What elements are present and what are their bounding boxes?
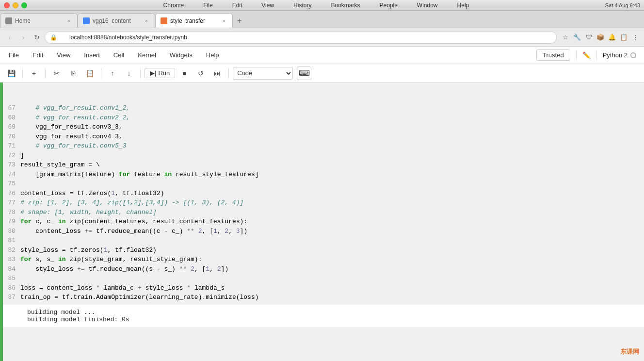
extension-icon-5[interactable]: 📋 xyxy=(619,33,628,42)
table-row: 75 xyxy=(3,179,644,189)
paste-button[interactable]: 📋 xyxy=(82,66,97,80)
trusted-button[interactable]: Trusted xyxy=(536,49,570,61)
tab-favicon-vgg16 xyxy=(83,17,90,24)
tab-close-vgg16[interactable]: × xyxy=(143,17,150,24)
address-text[interactable]: localhost:8888/notebooks/style_transfer.… xyxy=(60,34,187,41)
jupyter-menu-bar: File Edit View Insert Cell Kernel Widget… xyxy=(0,47,644,64)
jupyter-menu-help[interactable]: Help xyxy=(205,49,220,61)
extension-icon-3[interactable]: 📦 xyxy=(596,33,605,42)
line-number: 72 xyxy=(3,151,20,161)
menu-view[interactable]: View xyxy=(261,2,274,9)
reload-button[interactable]: ↻ xyxy=(31,32,43,43)
extension-icon-4[interactable]: 🔔 xyxy=(607,33,617,42)
watermark: 东课网 xyxy=(620,347,639,356)
code-content: 67 # vgg_for_result.conv1_2,68 # vgg_for… xyxy=(3,82,644,304)
add-cell-button[interactable]: + xyxy=(27,66,41,80)
jupyter-menu-edit[interactable]: Edit xyxy=(32,49,44,61)
run-label: Run xyxy=(158,69,170,77)
menu-people[interactable]: People xyxy=(379,2,397,9)
close-button[interactable] xyxy=(4,2,10,8)
run-button[interactable]: ▶| Run xyxy=(145,68,175,78)
code-area[interactable]: 67 # vgg_for_result.conv1_2,68 # vgg_for… xyxy=(3,82,644,361)
more-icon[interactable]: ⋮ xyxy=(630,33,640,42)
table-row: 78# shape: [1, width, height, channel] xyxy=(3,208,644,217)
line-number: 71 xyxy=(3,141,20,151)
forward-button[interactable]: › xyxy=(17,32,29,43)
extension-icon-2[interactable]: 🛡 xyxy=(584,33,594,42)
table-row: 73result_style_gram = \ xyxy=(3,160,644,170)
traffic-lights xyxy=(4,2,27,8)
line-number: 77 xyxy=(3,198,20,208)
sep5 xyxy=(228,68,229,78)
extension-icon-1[interactable]: 🔧 xyxy=(572,33,582,42)
table-row: 84 style_loss += tf.reduce_mean((s - s_)… xyxy=(3,264,644,274)
bookmark-icon[interactable]: ☆ xyxy=(561,33,570,42)
line-number: 70 xyxy=(3,132,20,142)
new-tab-button[interactable]: + xyxy=(233,14,246,28)
system-time: Sat 4 Aug 6:43 xyxy=(605,2,640,8)
jupyter-menu-insert[interactable]: Insert xyxy=(83,49,101,61)
menu-chrome[interactable]: Chrome xyxy=(163,2,184,9)
table-row: 87train_op = tf.train.AdamOptimizer(lear… xyxy=(3,293,644,302)
copy-button[interactable]: ⎘ xyxy=(66,66,80,80)
address-input-container[interactable]: 🔒 localhost:8888/notebooks/style_transfe… xyxy=(45,31,557,44)
menu-file[interactable]: File xyxy=(203,2,212,9)
line-number: 83 xyxy=(3,255,20,264)
interrupt-button[interactable]: ■ xyxy=(177,66,192,80)
python-label: Python 2 xyxy=(603,51,628,59)
table-row: 86loss = content_loss * lambda_c + style… xyxy=(3,283,644,293)
jupyter-menu-file[interactable]: File xyxy=(8,49,20,61)
output-area: building model ...building model finishe… xyxy=(3,304,644,327)
line-number: 80 xyxy=(3,227,20,236)
tab-vgg16[interactable]: vgg16_content × xyxy=(78,13,155,28)
tab-home[interactable]: Home × xyxy=(0,13,78,28)
restart-button[interactable]: ↺ xyxy=(193,66,208,80)
jupyter-menu-kernel[interactable]: Kernel xyxy=(137,49,157,61)
table-row: 68 # vgg_for_result.conv2_2, xyxy=(3,113,644,123)
table-row: 71 # vgg_for_result.conv5_3 xyxy=(3,141,644,151)
cell-type-select[interactable]: Code Markdown Raw NBConvert xyxy=(233,67,293,80)
table-row: 76content_loss = tf.zeros(1, tf.float32) xyxy=(3,189,644,198)
jupyter-menu-cell[interactable]: Cell xyxy=(113,49,125,61)
system-tray: Sat 4 Aug 6:43 xyxy=(605,2,640,8)
line-number: 84 xyxy=(3,264,20,274)
move-down-button[interactable]: ↓ xyxy=(122,66,136,80)
maximize-button[interactable] xyxy=(21,2,27,8)
line-number: 73 xyxy=(3,160,20,170)
menu-bookmarks[interactable]: Bookmarks xyxy=(331,2,360,9)
restart-run-button[interactable]: ⏭ xyxy=(210,66,225,80)
line-number: 85 xyxy=(3,274,20,283)
table-row: 70 vgg_for_result.conv4_3, xyxy=(3,132,644,142)
cut-button[interactable]: ✂ xyxy=(49,66,64,80)
separator2 xyxy=(596,50,597,60)
table-row: 77# zip: [1, 2], [3, 4], zip([1,2],[3,4]… xyxy=(3,198,644,208)
minimize-button[interactable] xyxy=(13,2,18,8)
menu-window[interactable]: Window xyxy=(417,2,438,9)
tab-close-home[interactable]: × xyxy=(65,17,72,24)
jupyter-menu-widgets[interactable]: Widgets xyxy=(169,49,193,61)
kernel-status-circle xyxy=(630,52,636,58)
tab-style-transfer[interactable]: style_transfer × xyxy=(155,13,233,28)
jupyter-menu-view[interactable]: View xyxy=(56,49,71,61)
menu-history[interactable]: History xyxy=(293,2,311,9)
menu-help[interactable]: Help xyxy=(457,2,469,9)
table-row: 72] xyxy=(3,151,644,161)
table-row: 69 vgg_for_result.conv3_3, xyxy=(3,122,644,132)
sep4 xyxy=(140,68,141,78)
edit-icon[interactable]: ✏️ xyxy=(582,51,591,59)
keyboard-shortcut-button[interactable]: ⌨ xyxy=(297,66,311,80)
table-row: 67 # vgg_for_result.conv1_2, xyxy=(3,103,644,113)
move-up-button[interactable]: ↑ xyxy=(105,66,120,80)
address-icons: ☆ 🔧 🛡 📦 🔔 📋 ⋮ xyxy=(561,33,640,42)
line-number: 86 xyxy=(3,283,20,293)
back-button[interactable]: ‹ xyxy=(4,32,16,43)
menu-edit[interactable]: Edit xyxy=(232,2,242,9)
line-number: 67 xyxy=(3,103,20,113)
output-line: building model finished: 0s xyxy=(27,316,640,323)
save-button[interactable]: 💾 xyxy=(4,66,18,80)
lock-icon: 🔒 xyxy=(50,34,57,41)
line-number: 79 xyxy=(3,217,20,227)
python-indicator: Python 2 xyxy=(603,51,636,59)
tab-close-style[interactable]: × xyxy=(221,17,227,24)
address-bar: ‹ › ↻ 🔒 localhost:8888/notebooks/style_t… xyxy=(0,28,644,47)
